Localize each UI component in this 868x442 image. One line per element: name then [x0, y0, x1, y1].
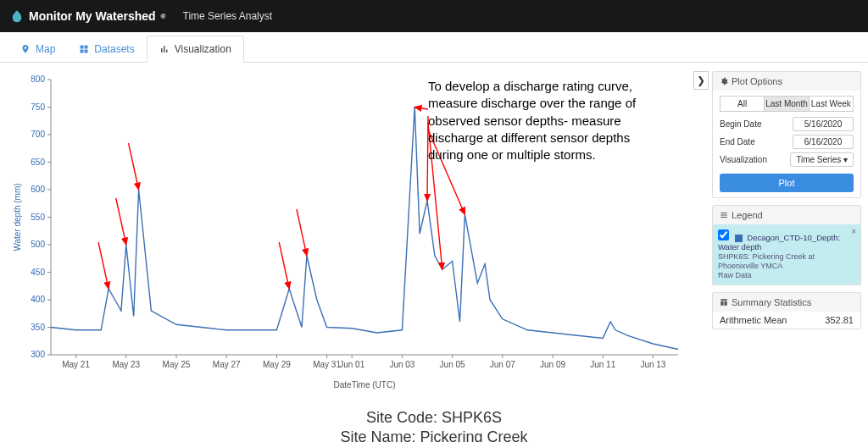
stat-mean-row: Arithmetic Mean 352.81: [713, 312, 860, 329]
legend-header[interactable]: Legend: [713, 206, 860, 224]
tab-visualization[interactable]: Visualization: [147, 36, 244, 63]
plot-button[interactable]: Plot: [720, 174, 854, 192]
time-range-buttons: All Last Month Last Week: [720, 96, 854, 112]
svg-text:Jun 13: Jun 13: [640, 360, 665, 369]
map-pin-icon: [20, 44, 31, 54]
svg-line-57: [415, 108, 428, 110]
annotation-text: To develop a discharge rating curve, mea…: [428, 78, 657, 163]
svg-text:350: 350: [31, 323, 45, 332]
svg-text:Jun 03: Jun 03: [389, 360, 415, 369]
list-icon: [720, 211, 728, 219]
bar-chart-icon: [159, 44, 170, 54]
svg-text:400: 400: [31, 295, 45, 304]
leaf-icon: [10, 9, 24, 23]
svg-text:600: 600: [31, 185, 45, 194]
svg-text:May 21: May 21: [62, 360, 90, 369]
svg-text:May 31: May 31: [313, 360, 341, 369]
svg-text:May 23: May 23: [112, 360, 140, 369]
site-code-label: Site Code: SHPK6S: [0, 408, 868, 428]
brand-text: Monitor My Watershed: [29, 9, 156, 23]
svg-text:450: 450: [31, 268, 45, 277]
chart-area: ❯ 300350400450500550600650700750800May 2…: [0, 63, 707, 393]
footer-labels: Site Code: SHPK6S Site Name: Pickering C…: [0, 408, 868, 442]
range-last-month[interactable]: Last Month: [765, 96, 809, 112]
svg-text:550: 550: [31, 213, 45, 222]
sidebar-collapse-button[interactable]: ❯: [693, 71, 709, 90]
legend-swatch: [735, 235, 743, 242]
svg-text:Jun 01: Jun 01: [339, 360, 364, 369]
svg-text:300: 300: [31, 350, 45, 359]
svg-line-52: [98, 242, 108, 289]
caret-down-icon: ▾: [843, 155, 848, 164]
svg-text:650: 650: [31, 157, 45, 167]
plot-options-header[interactable]: Plot Options: [713, 72, 860, 91]
svg-text:May 27: May 27: [213, 360, 241, 369]
svg-text:Water depth (mm): Water depth (mm): [13, 183, 22, 251]
grid-icon: [79, 44, 89, 54]
close-icon[interactable]: ×: [851, 227, 856, 236]
svg-line-56: [297, 209, 307, 256]
svg-text:750: 750: [31, 102, 45, 112]
range-last-week[interactable]: Last Week: [810, 96, 854, 112]
svg-text:May 29: May 29: [263, 360, 291, 369]
table-icon: [720, 298, 728, 307]
svg-text:DateTime (UTC): DateTime (UTC): [334, 380, 396, 390]
plot-options-panel: Plot Options All Last Month Last Week Be…: [712, 71, 861, 198]
svg-text:May 25: May 25: [163, 360, 191, 369]
svg-text:Jun 09: Jun 09: [540, 360, 565, 369]
svg-text:Jun 05: Jun 05: [440, 360, 465, 369]
svg-text:Jun 11: Jun 11: [590, 360, 615, 369]
main-tabs: Map Datasets Visualization: [0, 32, 868, 63]
brand[interactable]: Monitor My Watershed®: [10, 9, 166, 23]
svg-line-54: [129, 143, 139, 190]
legend-series-item[interactable]: × Decagon_CTD-10_Depth: Water depth SHPK…: [713, 224, 860, 285]
end-date-input[interactable]: 6/16/2020: [793, 135, 854, 149]
legend-series-checkbox[interactable]: [718, 229, 729, 240]
sidebar: Plot Options All Last Month Last Week Be…: [707, 63, 868, 393]
visualization-select[interactable]: Time Series ▾: [790, 152, 854, 167]
legend-panel: Legend × Decagon_CTD-10_Depth: Water dep…: [712, 205, 861, 285]
range-all[interactable]: All: [720, 96, 765, 112]
summary-stats-panel: Summary Statistics Arithmetic Mean 352.8…: [712, 292, 861, 329]
gear-icon: [720, 77, 728, 86]
tab-datasets[interactable]: Datasets: [67, 36, 146, 62]
svg-text:500: 500: [31, 240, 45, 249]
begin-date-input[interactable]: 5/16/2020: [793, 117, 854, 131]
subapp-title: Time Series Analyst: [183, 10, 273, 22]
site-name-label: Site Name: Pickering Creek: [0, 428, 868, 442]
svg-text:700: 700: [31, 130, 45, 139]
summary-stats-header[interactable]: Summary Statistics: [713, 293, 860, 312]
svg-line-53: [116, 198, 126, 245]
svg-line-55: [279, 242, 289, 289]
svg-text:800: 800: [31, 75, 45, 84]
svg-text:Jun 07: Jun 07: [490, 360, 515, 369]
app-header: Monitor My Watershed® Time Series Analys…: [0, 0, 868, 32]
tab-map[interactable]: Map: [8, 36, 67, 62]
